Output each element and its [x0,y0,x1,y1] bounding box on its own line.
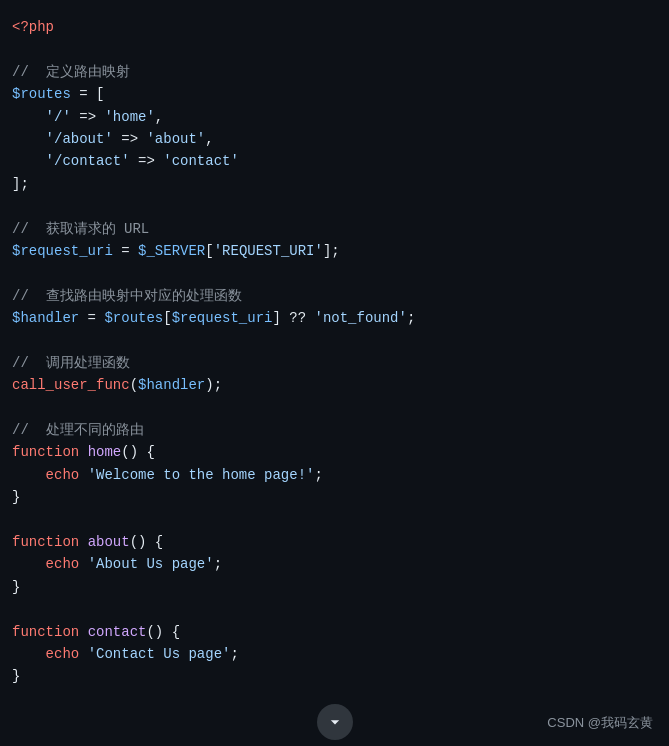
code-line-16: // 调用处理函数 [12,352,657,374]
chevron-down-icon [325,712,345,732]
code-line-7: '/contact' => 'contact' [12,150,657,172]
code-line-2 [12,38,657,60]
code-line-6: '/about' => 'about', [12,128,657,150]
code-line-17: call_user_func($handler); [12,374,657,396]
code-line-19: // 处理不同的路由 [12,419,657,441]
code-line-30: } [12,665,657,687]
code-line-4: $routes = [ [12,83,657,105]
bottom-bar: CSDN @我码玄黄 [0,698,669,746]
code-line-11: $request_uri = $_SERVER['REQUEST_URI']; [12,240,657,262]
code-line-9 [12,195,657,217]
code-line-27 [12,598,657,620]
code-line-5: '/' => 'home', [12,106,657,128]
code-line-29: echo 'Contact Us page'; [12,643,657,665]
code-line-25: echo 'About Us page'; [12,553,657,575]
code-line-23 [12,509,657,531]
code-container: <?php // 定义路由映射 $routes = [ '/' => 'home… [0,0,669,746]
code-line-10: // 获取请求的 URL [12,218,657,240]
code-line-15 [12,329,657,351]
code-line-12 [12,262,657,284]
watermark-text: CSDN @我码玄黄 [547,714,653,732]
code-line-14: $handler = $routes[$request_uri] ?? 'not… [12,307,657,329]
code-line-3: // 定义路由映射 [12,61,657,83]
code-line-26: } [12,576,657,598]
code-line-1: <?php [12,16,657,38]
code-line-28: function contact() { [12,621,657,643]
code-line-8: ]; [12,173,657,195]
code-line-24: function about() { [12,531,657,553]
code-line-13: // 查找路由映射中对应的处理函数 [12,285,657,307]
code-line-21: echo 'Welcome to the home page!'; [12,464,657,486]
code-line-22: } [12,486,657,508]
scroll-down-button[interactable] [317,704,353,740]
code-line-18 [12,397,657,419]
code-line-20: function home() { [12,441,657,463]
